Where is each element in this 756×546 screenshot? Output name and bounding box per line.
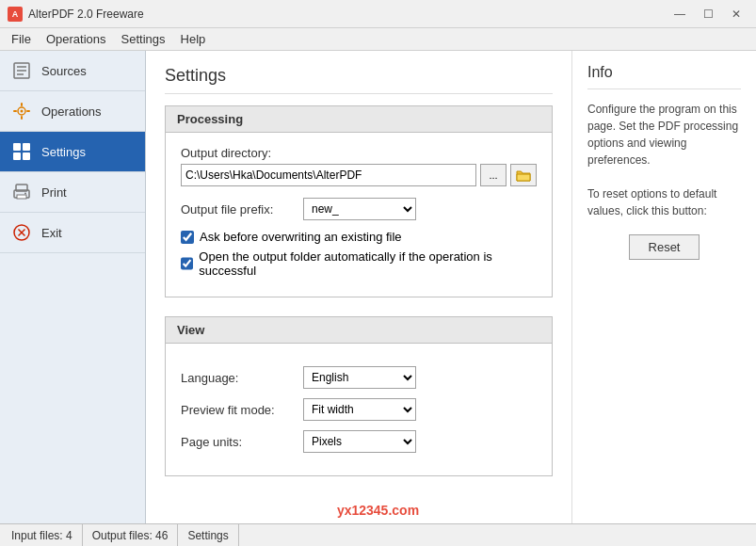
menu-bar: File Operations Settings Help <box>0 28 756 51</box>
preview-select[interactable]: Fit width Fit page Actual size <box>303 398 416 421</box>
info-panel: Info Configure the program on this page.… <box>572 51 756 523</box>
sidebar-item-sources[interactable]: Sources <box>0 51 145 91</box>
settings-icon <box>11 141 32 162</box>
sidebar-label-print: Print <box>41 185 67 200</box>
checkbox2-row: Open the output folder automatically if … <box>181 249 537 278</box>
main-container: Sources Operations <box>0 51 756 523</box>
open-folder-checkbox[interactable] <box>181 257 193 270</box>
exit-icon <box>11 222 32 243</box>
units-select[interactable]: Pixels Millimeters Inches <box>303 430 416 453</box>
sidebar: Sources Operations <box>0 51 146 523</box>
svg-rect-7 <box>21 116 23 120</box>
minimize-button[interactable]: — <box>668 6 692 23</box>
sources-icon <box>11 60 32 81</box>
checkbox1-row: Ask before overwriting an existing file <box>181 230 537 244</box>
svg-rect-6 <box>21 103 23 106</box>
content-area: Settings Processing Output directory: ..… <box>146 51 756 523</box>
maximize-button[interactable]: ☐ <box>696 6 720 23</box>
sidebar-item-print[interactable]: Print <box>0 172 145 213</box>
sidebar-item-settings[interactable]: Settings <box>0 132 145 172</box>
svg-rect-12 <box>13 153 21 160</box>
title-bar: A AlterPDF 2.0 Freeware — ☐ ✕ <box>0 0 756 28</box>
section-status: Settings <box>178 524 238 546</box>
preview-row: Preview fit mode: Fit width Fit page Act… <box>181 398 537 421</box>
svg-rect-10 <box>13 143 21 151</box>
output-files-status: Output files: 46 <box>83 524 179 546</box>
prefix-select[interactable]: new_ <box>303 198 416 220</box>
operations-icon <box>11 101 32 121</box>
output-dir-row: Output directory: ... <box>181 146 537 186</box>
prefix-label: Output file prefix: <box>181 202 303 217</box>
menu-file[interactable]: File <box>4 30 39 48</box>
processing-section: Processing Output directory: ... <box>165 105 553 297</box>
window-controls: — ☐ ✕ <box>668 6 748 23</box>
dir-input-row: ... <box>181 164 537 186</box>
svg-rect-11 <box>23 143 30 151</box>
svg-point-17 <box>24 193 26 195</box>
print-icon <box>11 182 32 202</box>
view-header: View <box>166 317 552 344</box>
checkbox1-label: Ask before overwriting an existing file <box>200 230 402 244</box>
output-dir-input[interactable] <box>181 164 476 186</box>
sidebar-label-sources: Sources <box>41 64 87 78</box>
output-dir-label: Output directory: <box>181 146 537 160</box>
info-text: Configure the program on this page. Set … <box>587 101 741 219</box>
checkbox2-label: Open the output folder automatically if … <box>199 249 537 278</box>
menu-help[interactable]: Help <box>173 30 214 48</box>
view-section: View Language: English Russian German Pr… <box>165 316 553 476</box>
sidebar-item-exit[interactable]: Exit <box>0 213 145 253</box>
preview-label: Preview fit mode: <box>181 403 303 417</box>
app-title: AlterPDF 2.0 Freeware <box>28 8 144 21</box>
svg-rect-8 <box>13 110 17 112</box>
language-row: Language: English Russian German <box>181 366 537 389</box>
menu-operations[interactable]: Operations <box>39 30 114 48</box>
info-title: Info <box>587 64 741 89</box>
close-button[interactable]: ✕ <box>724 6 748 23</box>
browse-button[interactable]: ... <box>480 164 507 186</box>
sidebar-label-exit: Exit <box>41 226 62 240</box>
units-row: Page units: Pixels Millimeters Inches <box>181 430 537 453</box>
svg-rect-16 <box>17 195 26 199</box>
prefix-row: Output file prefix: new_ <box>181 198 537 220</box>
sidebar-label-operations: Operations <box>41 104 102 119</box>
view-body: Language: English Russian German Preview… <box>166 344 552 475</box>
language-select[interactable]: English Russian German <box>303 366 416 389</box>
overwrite-checkbox[interactable] <box>181 231 194 244</box>
processing-header: Processing <box>166 106 552 133</box>
open-folder-button[interactable] <box>510 164 537 186</box>
settings-panel: Settings Processing Output directory: ..… <box>146 51 572 523</box>
units-label: Page units: <box>181 435 303 449</box>
settings-title: Settings <box>165 66 553 94</box>
reset-button[interactable]: Reset <box>629 234 700 260</box>
sidebar-item-operations[interactable]: Operations <box>0 91 145 132</box>
title-bar-left: A AlterPDF 2.0 Freeware <box>8 7 144 22</box>
sidebar-label-settings: Settings <box>41 145 86 159</box>
menu-settings[interactable]: Settings <box>114 30 173 48</box>
svg-rect-13 <box>23 153 30 160</box>
svg-rect-9 <box>26 110 30 112</box>
status-bar: Input files: 4 Output files: 46 Settings <box>0 523 756 546</box>
input-files-status: Input files: 4 <box>8 524 83 546</box>
app-icon: A <box>8 7 23 22</box>
language-label: Language: <box>181 371 303 385</box>
svg-point-5 <box>21 110 24 113</box>
processing-body: Output directory: ... <box>166 133 552 297</box>
